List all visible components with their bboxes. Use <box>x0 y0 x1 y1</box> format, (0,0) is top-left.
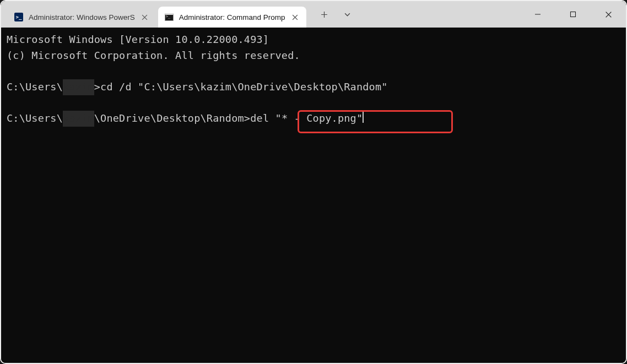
prompt-line: C:\Users\kazim\OneDrive\Desktop\Random>d… <box>7 111 620 127</box>
command-text: del "* - Copy.png" <box>250 112 363 124</box>
minimize-button[interactable] <box>520 1 555 28</box>
text-cursor <box>363 111 364 123</box>
maximize-button[interactable] <box>555 1 591 28</box>
new-tab-button[interactable] <box>320 9 329 19</box>
tab-actions <box>306 1 353 28</box>
prompt-line: C:\Users\kazim>cd /d "C:\Users\kazim\One… <box>7 79 620 95</box>
tab-title: Administrator: Command Promp <box>179 13 285 21</box>
svg-rect-0 <box>571 12 576 17</box>
command-text: >cd /d "C:\Users\kazim\OneDrive\Desktop\… <box>94 81 388 93</box>
titlebar-drag-area[interactable] <box>353 1 520 28</box>
terminal-output[interactable]: Microsoft Windows [Version 10.0.22000.49… <box>1 28 626 363</box>
cmd-icon: >_ <box>165 13 174 21</box>
prompt-path: \OneDrive\Desktop\Random> <box>94 112 250 124</box>
output-line: Microsoft Windows [Version 10.0.22000.49… <box>7 32 620 48</box>
output-line: (c) Microsoft Corporation. All rights re… <box>7 48 620 64</box>
powershell-icon: >_ <box>14 13 23 21</box>
titlebar: >_ Administrator: Windows PowerS >_ Admi… <box>1 1 626 28</box>
close-button[interactable] <box>591 1 626 28</box>
close-icon[interactable] <box>140 13 149 21</box>
terminal-window: >_ Administrator: Windows PowerS >_ Admi… <box>1 1 626 363</box>
prompt-path: C:\Users\ <box>7 112 63 124</box>
prompt-path: C:\Users\ <box>7 81 63 93</box>
window-controls <box>520 1 626 28</box>
tab-strip: >_ Administrator: Windows PowerS >_ Admi… <box>1 1 306 28</box>
redacted-username: kazim <box>63 79 94 95</box>
blank-line <box>7 95 620 111</box>
blank-line <box>7 63 620 79</box>
redacted-username: kazim <box>63 111 94 127</box>
tab-powershell[interactable]: >_ Administrator: Windows PowerS <box>8 7 156 28</box>
tab-title: Administrator: Windows PowerS <box>29 13 135 21</box>
close-icon[interactable] <box>291 13 300 21</box>
tab-cmd[interactable]: >_ Administrator: Command Promp <box>158 7 306 28</box>
tab-dropdown-button[interactable] <box>343 9 353 19</box>
